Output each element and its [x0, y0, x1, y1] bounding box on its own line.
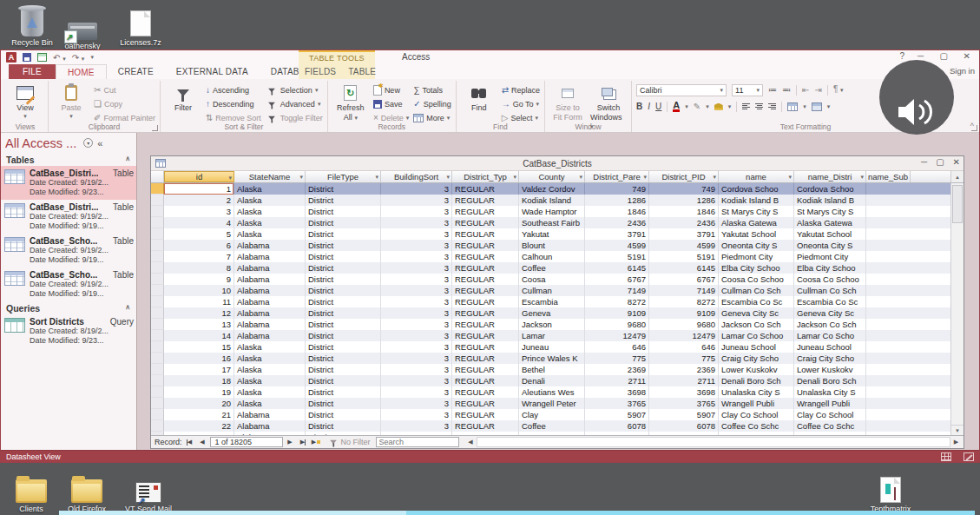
cell[interactable]: 2436 [649, 217, 719, 228]
cell[interactable]: Coffee Co Schc [794, 420, 866, 432]
cell[interactable]: Cordova Schoo [794, 183, 866, 195]
collapse-group-icon[interactable]: ∧ [125, 155, 130, 165]
size-to-fit-form-button[interactable]: Size to Fit Form [549, 83, 586, 122]
cell[interactable]: Alaska [234, 217, 306, 228]
cell[interactable]: Unalaska City S [794, 386, 866, 398]
cell[interactable]: District [306, 206, 381, 217]
cell[interactable]: REGULAR [452, 217, 519, 228]
cell[interactable]: 1 [164, 183, 234, 195]
cell[interactable] [866, 341, 964, 353]
cell[interactable]: District [306, 375, 381, 386]
desktop-icon-clients[interactable]: Clients [4, 470, 58, 513]
cell[interactable]: REGULAR [452, 195, 519, 206]
paragraph-direction-icon[interactable]: ¶ ▾ [833, 85, 844, 95]
desktop-icon-vt-send-mail[interactable]: ↗ VT Send Mail [122, 470, 175, 513]
cell[interactable]: District [306, 330, 381, 341]
align-center-button[interactable] [755, 103, 763, 109]
row-selector[interactable] [151, 296, 164, 307]
cell[interactable]: 3698 [649, 386, 719, 398]
collapse-ribbon-icon[interactable]: ^ [970, 122, 974, 130]
cell[interactable]: Escambia [519, 296, 585, 307]
cell[interactable] [866, 195, 964, 206]
cell[interactable]: 6145 [585, 262, 649, 274]
filter-button[interactable]: Filter [165, 83, 201, 112]
cell[interactable]: Geneva City Sc [719, 307, 794, 319]
save-icon[interactable] [23, 53, 31, 62]
cell[interactable]: Alaska [234, 375, 306, 386]
cell[interactable]: District [306, 285, 381, 296]
cell[interactable]: 13 [164, 319, 234, 330]
cell[interactable]: 6078 [585, 420, 649, 432]
cell[interactable]: Clay [519, 409, 585, 420]
cell[interactable]: 21 [164, 409, 234, 420]
cell[interactable] [866, 398, 964, 409]
cell[interactable]: Coffee [519, 420, 585, 432]
cell[interactable] [585, 432, 649, 435]
cell[interactable] [866, 217, 964, 228]
redo-icon[interactable]: ↷ ▾ [72, 53, 85, 63]
cell[interactable]: Oneonta City S [794, 240, 866, 251]
cell[interactable] [866, 420, 964, 432]
cell[interactable]: Elba City Schoo [794, 262, 866, 274]
cell[interactable]: 4 [164, 217, 234, 228]
italic-button[interactable]: I [648, 102, 650, 111]
cell[interactable]: 3 [381, 206, 452, 217]
cell[interactable]: District [306, 183, 381, 195]
cell[interactable] [866, 274, 964, 285]
scroll-left-icon[interactable]: ◀ [465, 437, 477, 447]
nav-item-catbase-schools-2[interactable]: CatBase_Scho...Table Date Created: 9/19/… [1, 267, 136, 301]
cell[interactable]: 3 [381, 319, 452, 330]
cell[interactable]: Alaska [234, 195, 306, 206]
cell[interactable]: 3791 [585, 228, 649, 240]
tab-home[interactable]: HOME [56, 64, 107, 79]
cell[interactable]: REGULAR [452, 409, 519, 420]
cell[interactable]: 3 [381, 307, 452, 319]
save-record-button[interactable]: Save [373, 97, 409, 110]
cell[interactable]: District [306, 398, 381, 409]
cell[interactable]: Prince Wales K [519, 353, 585, 364]
cell[interactable]: REGULAR [452, 274, 519, 285]
cell[interactable]: 9680 [649, 319, 719, 330]
cell[interactable]: 3 [164, 206, 234, 217]
cell[interactable]: St Marys City S [794, 206, 866, 217]
cell[interactable] [866, 353, 964, 364]
column-header-district-parent[interactable]: District_Pare▾ [585, 171, 649, 182]
column-header-buildingsort[interactable]: BuildingSort▾ [381, 171, 452, 182]
cell[interactable]: Alabama [234, 274, 306, 285]
column-header-district-pid[interactable]: District_PID▾ [649, 171, 719, 182]
doc-maximize-icon[interactable]: ▢ [936, 157, 944, 167]
table-row[interactable]: 11AlabamaDistrict3REGULAREscambia8272827… [151, 296, 964, 307]
cell[interactable]: 19 [164, 386, 234, 398]
row-selector[interactable] [151, 240, 164, 251]
cell[interactable]: Kodiak Island B [719, 195, 794, 206]
row-selector[interactable] [151, 420, 164, 432]
doc-close-icon[interactable]: ✕ [953, 157, 960, 167]
column-header-statename[interactable]: StateName▾ [234, 171, 306, 182]
cell[interactable]: 3 [381, 195, 452, 206]
record-search-input[interactable] [376, 437, 459, 447]
row-selector[interactable] [151, 206, 164, 217]
cell[interactable]: 7 [164, 251, 234, 262]
cell[interactable]: 4599 [649, 240, 719, 251]
cell[interactable] [866, 432, 964, 435]
cell[interactable]: Alaska Gatewa [719, 217, 794, 228]
cell[interactable] [866, 319, 964, 330]
cell[interactable]: Coosa Co Schoo [719, 274, 794, 285]
row-selector[interactable] [151, 228, 164, 240]
row-selector[interactable] [151, 262, 164, 274]
cell[interactable]: 3 [381, 364, 452, 375]
cell[interactable]: 5907 [649, 409, 719, 420]
row-selector[interactable] [151, 285, 164, 296]
table-row[interactable]: 1AlaskaDistrict3REGULARValdez Cordov7497… [151, 183, 964, 195]
cell[interactable]: 5191 [649, 251, 719, 262]
goto-button[interactable]: →Go To▾ [502, 97, 540, 110]
cell[interactable]: REGULAR [452, 296, 519, 307]
cell[interactable] [866, 386, 964, 398]
cell[interactable]: 5191 [585, 251, 649, 262]
cell[interactable] [519, 432, 585, 435]
row-selector[interactable] [151, 398, 164, 409]
cell[interactable]: Jackson [519, 319, 585, 330]
column-header-name[interactable]: name▾ [719, 171, 794, 182]
cell[interactable]: Alabama [234, 251, 306, 262]
view-button[interactable]: View ▾ [7, 83, 43, 120]
